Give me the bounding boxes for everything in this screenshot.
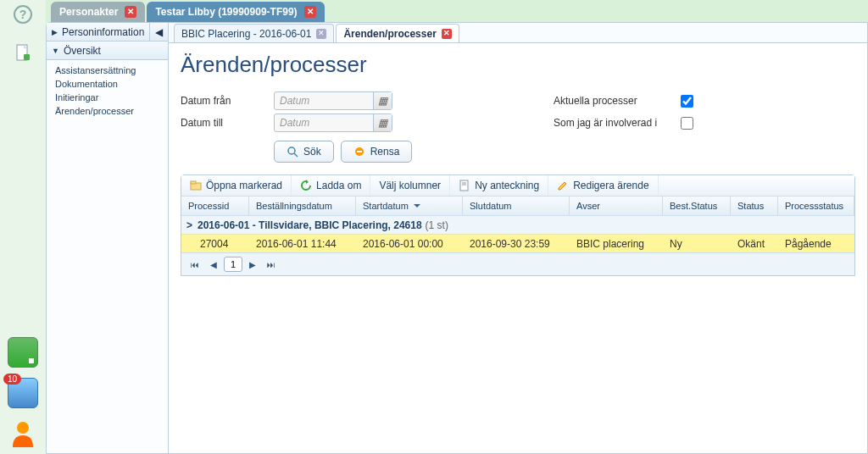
chevron-left-icon: ◀ [155, 26, 163, 38]
cell-processid: 27004 [181, 238, 249, 250]
label-involverad: Som jag är involverad i [554, 117, 681, 129]
sub-tab-bbic[interactable]: BBIC Placering - 2016-06-01 ✕ [174, 24, 334, 42]
close-icon[interactable]: ✕ [125, 6, 136, 18]
tab-label: Personakter [59, 6, 118, 18]
chevron-down-icon: ▼ [52, 47, 59, 55]
clear-button[interactable]: Rensa [341, 141, 413, 163]
pager-next-button[interactable]: ▶ [244, 257, 261, 272]
group-row[interactable]: > 2016-06-01 - Tillsvidare, BBIC Placeri… [181, 215, 854, 234]
close-icon[interactable]: ✕ [304, 6, 316, 18]
pager-last-button[interactable]: ⏭ [263, 257, 280, 272]
sub-tab-label: BBIC Placering - 2016-06-01 [181, 28, 311, 40]
sidebar-head-oversikt[interactable]: ▼Översikt [47, 42, 168, 60]
svg-rect-6 [357, 151, 362, 152]
svg-point-2 [17, 422, 29, 434]
page-title: Ärenden/processer [181, 52, 855, 78]
col-processstatus[interactable]: Processstatus [778, 197, 854, 215]
folder-open-icon [190, 180, 202, 191]
reload-icon [300, 180, 312, 191]
note-icon [459, 180, 470, 191]
help-icon[interactable]: ? [14, 5, 32, 24]
button-label: Sök [303, 146, 321, 158]
sidebar-head-personinfo[interactable]: ▶Personinformation [47, 23, 149, 42]
toolbar-label: Ladda om [316, 180, 361, 191]
top-tab-personakter[interactable]: Personakter ✕ [51, 2, 145, 22]
sub-tab-label: Ärenden/processer [343, 28, 436, 40]
table-row[interactable]: 27004 2016-06-01 11:44 2016-06-01 00:00 … [181, 234, 854, 252]
placeholder-text: Datum [280, 95, 309, 107]
svg-point-3 [288, 147, 295, 154]
pager-first-button[interactable]: ⏮ [186, 257, 203, 272]
edit-icon [557, 180, 569, 191]
label-aktuella: Aktuella processer [554, 95, 681, 107]
grid-toolbar: Öppna markerad Ladda om Välj kolumner Ny… [181, 174, 855, 276]
pager-page-input[interactable] [224, 257, 242, 272]
toolbar-label: Öppna markerad [206, 180, 282, 191]
svg-rect-9 [460, 180, 468, 191]
cell-stat: Okänt [731, 238, 778, 250]
sidebar-collapse-button[interactable]: ◀ [149, 23, 168, 42]
sidebar-item-assistans[interactable]: Assistansersättning [55, 64, 159, 77]
tab-label: Testar Libby (19990909-TF99) [155, 6, 297, 18]
cell-avser: BBIC placering [570, 238, 663, 250]
choose-columns-button[interactable]: Välj kolumner [370, 175, 450, 196]
cell-pstat: Pågående [778, 238, 854, 250]
open-selected-button[interactable]: Öppna markerad [181, 175, 292, 196]
col-avser[interactable]: Avser [570, 197, 663, 215]
col-processid[interactable]: Processid [181, 197, 249, 215]
top-tab-person-active[interactable]: Testar Libby (19990909-TF99) ✕ [147, 2, 324, 22]
document-icon[interactable] [15, 44, 31, 63]
reload-button[interactable]: Ladda om [292, 175, 370, 196]
sidebar-item-arenden[interactable]: Ärenden/processer [55, 104, 159, 118]
close-icon[interactable]: ✕ [316, 29, 326, 39]
chevron-right-icon: ▶ [52, 28, 58, 36]
pager: ⏮ ◀ ▶ ⏭ [181, 252, 854, 275]
cell-start: 2016-06-01 00:00 [356, 238, 463, 250]
svg-line-4 [294, 153, 298, 157]
col-bestallning[interactable]: Beställningsdatum [249, 197, 356, 215]
svg-rect-8 [191, 181, 196, 184]
checkbox-involverad[interactable] [681, 117, 693, 130]
button-label: Rensa [370, 146, 400, 158]
toolbar-label: Välj kolumner [379, 180, 441, 191]
edit-case-button[interactable]: Redigera ärende [548, 175, 658, 196]
pager-prev-button[interactable]: ◀ [205, 257, 222, 272]
group-count: (1 st) [426, 219, 448, 231]
search-icon [287, 146, 298, 158]
rail-card-icon[interactable] [8, 337, 38, 368]
placeholder-text: Datum [280, 117, 309, 129]
col-slutdatum[interactable]: Slutdatum [463, 197, 570, 215]
date-to-input[interactable]: Datum▦ [274, 114, 392, 132]
label-datum-fran: Datum från [181, 95, 274, 107]
cell-bstat: Ny [663, 238, 731, 250]
calendar-icon[interactable]: ▦ [373, 92, 392, 109]
col-status[interactable]: Status [731, 197, 778, 215]
rail-badge: 10 [3, 374, 21, 385]
sub-tab-bar: BBIC Placering - 2016-06-01 ✕ Ärenden/pr… [169, 23, 867, 43]
rail-folder-icon[interactable]: 10 [8, 378, 38, 408]
sidebar-label: Personinformation [62, 26, 144, 38]
group-label: 2016-06-01 - Tillsvidare, BBIC Placering… [198, 219, 422, 231]
sidebar-label: Översikt [64, 45, 101, 57]
date-from-input[interactable]: Datum▦ [274, 91, 392, 110]
cell-best: 2016-06-01 11:44 [249, 238, 356, 250]
calendar-icon[interactable]: ▦ [373, 114, 392, 131]
left-rail: ? 10 [0, 0, 46, 454]
svg-rect-1 [24, 54, 30, 60]
sub-tab-arenden[interactable]: Ärenden/processer ✕ [336, 24, 459, 42]
new-note-button[interactable]: Ny anteckning [450, 175, 548, 196]
table-header-row: Processid Beställningsdatum Startdatum S… [181, 196, 854, 215]
col-beststatus[interactable]: Best.Status [663, 197, 731, 215]
sidebar-item-initieringar[interactable]: Initieringar [55, 91, 159, 104]
toolbar-label: Ny anteckning [475, 180, 539, 191]
col-startdatum[interactable]: Startdatum [356, 197, 463, 215]
toolbar-label: Redigera ärende [573, 180, 648, 191]
label-datum-till: Datum till [181, 117, 274, 129]
search-button[interactable]: Sök [274, 141, 334, 163]
rail-person-icon[interactable] [8, 418, 38, 449]
checkbox-aktuella[interactable] [681, 95, 693, 108]
cell-slut: 2016-09-30 23:59 [463, 238, 570, 250]
close-icon[interactable]: ✕ [442, 29, 452, 39]
sidebar-item-dokumentation[interactable]: Dokumentation [55, 77, 159, 91]
top-tab-bar: Personakter ✕ Testar Libby (19990909-TF9… [46, 0, 868, 22]
